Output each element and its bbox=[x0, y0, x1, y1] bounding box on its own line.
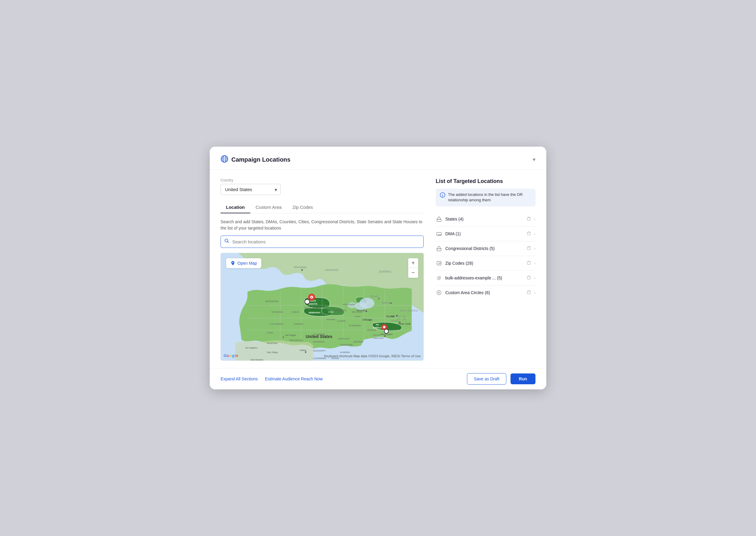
states-chevron-icon[interactable]: › bbox=[534, 217, 536, 221]
or-info-box: i The added locations in the list have t… bbox=[436, 189, 536, 206]
expand-all-link[interactable]: Expand All Sections bbox=[220, 377, 258, 381]
card-header: Campaign Locations ▾ bbox=[210, 147, 546, 170]
zip-chevron-icon[interactable]: › bbox=[534, 261, 536, 266]
svg-text:ILLINOIS: ILLINOIS bbox=[337, 320, 346, 322]
dma-actions: › bbox=[526, 230, 536, 237]
country-select-wrap: United States Canada United Kingdom Aust… bbox=[220, 184, 280, 195]
svg-text:NO.: NO. bbox=[376, 323, 379, 325]
congressional-label: Congressional Districts (5) bbox=[445, 246, 523, 251]
search-icon bbox=[224, 239, 229, 245]
svg-point-76 bbox=[283, 337, 284, 338]
svg-text:SOUTH: SOUTH bbox=[373, 334, 380, 336]
tab-location[interactable]: Location bbox=[220, 202, 250, 213]
svg-text:DMA: DMA bbox=[438, 233, 442, 235]
dma-delete-button[interactable] bbox=[526, 230, 532, 237]
svg-point-60 bbox=[390, 303, 391, 304]
zip-actions: › bbox=[526, 260, 536, 266]
svg-text:UTAH: UTAH bbox=[267, 331, 273, 334]
zoom-out-button[interactable]: − bbox=[408, 268, 418, 278]
svg-text:VIRGINIA: VIRGINIA bbox=[367, 329, 376, 331]
zip-label: Zip Codes (28) bbox=[445, 261, 523, 266]
bulk-delete-button[interactable] bbox=[526, 275, 532, 281]
svg-text:CAROLINA: CAROLINA bbox=[373, 337, 384, 339]
svg-point-93 bbox=[384, 329, 388, 333]
globe-icon bbox=[220, 155, 228, 164]
svg-rect-114 bbox=[527, 262, 530, 264]
svg-text:SOUTH DAKOTA: SOUTH DAKOTA bbox=[304, 307, 321, 309]
tab-zip-codes[interactable]: Zip Codes bbox=[287, 202, 318, 213]
card-title: Campaign Locations bbox=[231, 156, 291, 163]
svg-text:✕: ✕ bbox=[310, 296, 313, 299]
list-item: Custom Area Circles (6) › bbox=[436, 285, 536, 300]
bulk-actions: › bbox=[526, 275, 536, 281]
svg-text:IDAHO: IDAHO bbox=[292, 311, 299, 313]
header-left: Campaign Locations bbox=[220, 155, 291, 164]
svg-rect-99 bbox=[527, 218, 530, 220]
card-body: Country United States Canada United King… bbox=[210, 170, 546, 368]
custom-delete-button[interactable] bbox=[526, 289, 532, 296]
congressional-delete-button[interactable] bbox=[526, 245, 532, 251]
svg-rect-117 bbox=[527, 276, 530, 279]
list-item: Congressional Districts (5) › bbox=[436, 241, 536, 256]
svg-text:Las Vegas: Las Vegas bbox=[285, 334, 296, 337]
svg-rect-97 bbox=[437, 219, 441, 221]
list-item: States (4) › bbox=[436, 212, 536, 226]
states-delete-button[interactable] bbox=[526, 216, 532, 222]
svg-marker-108 bbox=[437, 246, 441, 249]
svg-text:RI: RI bbox=[403, 315, 405, 318]
bottom-left: Expand All Sections Estimate Audience Re… bbox=[220, 377, 323, 381]
map-container: MONTANA SOUTH DAKOTA NEBRASKA WYOMING CO… bbox=[220, 253, 424, 361]
svg-text:Ottawa: Ottawa bbox=[370, 295, 378, 298]
dma-label: DMA (1) bbox=[445, 231, 523, 236]
svg-point-85 bbox=[384, 335, 385, 337]
left-panel: Country United States Canada United King… bbox=[220, 178, 433, 361]
svg-text:OHIO: OHIO bbox=[355, 316, 360, 318]
svg-text:Chicago: Chicago bbox=[362, 318, 372, 321]
zoom-in-button[interactable]: + bbox=[408, 258, 418, 268]
svg-point-94 bbox=[232, 262, 234, 263]
svg-text:ZIP: ZIP bbox=[438, 262, 442, 264]
bulk-chevron-icon[interactable]: › bbox=[534, 276, 536, 280]
svg-text:MONTANA: MONTANA bbox=[265, 300, 279, 303]
svg-point-58 bbox=[378, 298, 379, 299]
svg-text:ALABAMA: ALABAMA bbox=[340, 351, 350, 353]
svg-rect-104 bbox=[527, 232, 530, 235]
svg-text:MINNESOTA: MINNESOTA bbox=[334, 310, 346, 312]
search-hint: Search and add States, DMAs, Counties, C… bbox=[220, 219, 424, 231]
open-map-button[interactable]: Open Map bbox=[226, 258, 261, 268]
svg-text:WISCONSIN: WISCONSIN bbox=[343, 303, 355, 306]
run-button[interactable]: Run bbox=[510, 374, 536, 384]
states-actions: › bbox=[526, 216, 536, 222]
right-panel-title: List of Targeted Locations bbox=[436, 178, 536, 184]
country-label: Country bbox=[220, 178, 424, 183]
google-logo: Google bbox=[223, 353, 239, 358]
svg-text:COLORADO: COLORADO bbox=[270, 322, 283, 325]
list-item: @ bulk-addresses-example ... (5) › bbox=[436, 271, 536, 285]
svg-text:MISSISSIPPI: MISSISSIPPI bbox=[313, 350, 325, 352]
search-input[interactable] bbox=[220, 236, 424, 248]
country-select[interactable]: United States Canada United Kingdom Aust… bbox=[220, 184, 280, 195]
svg-text:VT: VT bbox=[397, 318, 401, 320]
svg-text:CT: CT bbox=[403, 318, 406, 320]
map-footer-text: Keyboard shortcuts Map data ©2023 Google… bbox=[324, 354, 421, 358]
svg-text:United States: United States bbox=[306, 334, 332, 339]
estimate-reach-link[interactable]: Estimate Audience Reach Now bbox=[265, 377, 323, 381]
dma-chevron-icon[interactable]: › bbox=[534, 231, 536, 236]
zip-delete-button[interactable] bbox=[526, 260, 532, 266]
svg-text:WYOMING: WYOMING bbox=[271, 311, 283, 313]
svg-text:GEORGIA: GEORGIA bbox=[353, 341, 363, 343]
svg-text:ONTARIO: ONTARIO bbox=[325, 268, 339, 271]
svg-text:San Antonio: San Antonio bbox=[250, 358, 263, 361]
location-list: States (4) › DMA bbox=[436, 212, 536, 300]
dma-icon: DMA bbox=[436, 230, 442, 237]
svg-point-56 bbox=[301, 269, 303, 271]
tab-custom-area[interactable]: Custom Area bbox=[250, 202, 287, 213]
congressional-chevron-icon[interactable]: › bbox=[534, 246, 536, 251]
svg-text:KANSAS: KANSAS bbox=[294, 322, 304, 325]
info-icon: i bbox=[440, 192, 445, 199]
collapse-chevron-icon[interactable]: ▾ bbox=[533, 156, 536, 163]
svg-text:Winnipeg: Winnipeg bbox=[294, 265, 306, 269]
svg-text:INDIANA: INDIANA bbox=[327, 318, 335, 320]
save-draft-button[interactable]: Save as Draft bbox=[467, 373, 506, 385]
custom-chevron-icon[interactable]: › bbox=[534, 290, 536, 295]
